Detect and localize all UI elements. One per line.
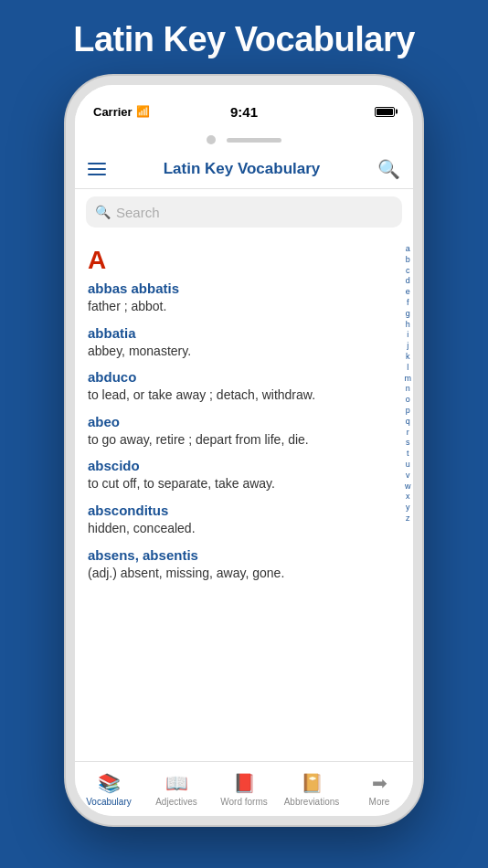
alpha-letter-a[interactable]: a bbox=[406, 244, 410, 254]
wifi-icon: 📶 bbox=[136, 105, 150, 118]
tab-word-forms[interactable]: 📕Word forms bbox=[210, 772, 278, 807]
tab-vocabulary[interactable]: 📚Vocabulary bbox=[75, 772, 143, 807]
alpha-letter-d[interactable]: d bbox=[406, 276, 410, 286]
vocab-definition: father ; abbot. bbox=[88, 298, 400, 316]
alpha-letter-k[interactable]: k bbox=[406, 352, 410, 362]
tab-more[interactable]: ➡More bbox=[345, 772, 413, 807]
vocab-list: A abbas abbatisfather ; abbot.abbatiaabb… bbox=[75, 235, 413, 582]
alpha-letter-l[interactable]: l bbox=[407, 363, 408, 373]
alpha-letter-b[interactable]: b bbox=[406, 255, 410, 265]
vocab-term: abbatia bbox=[88, 325, 400, 341]
alpha-letter-e[interactable]: e bbox=[406, 287, 410, 297]
battery-icon bbox=[375, 107, 395, 117]
vocab-term: absens, absentis bbox=[88, 547, 400, 563]
alpha-letter-s[interactable]: s bbox=[406, 438, 410, 448]
app-navbar: Latin Key Vocabulary 🔍 bbox=[75, 149, 413, 189]
camera-bar bbox=[75, 131, 413, 149]
alpha-letter-y[interactable]: y bbox=[406, 503, 410, 513]
vocab-scroll-area[interactable]: A abbas abbatisfather ; abbot.abbatiaabb… bbox=[75, 235, 413, 761]
vocab-definition: to go away, retire ; depart from life, d… bbox=[88, 431, 400, 450]
carrier-status: Carrier 📶 bbox=[93, 105, 150, 119]
list-item[interactable]: abbatiaabbey, monastery. bbox=[88, 325, 400, 361]
app-title: Latin Key Vocabulary bbox=[164, 160, 321, 178]
alpha-letter-t[interactable]: t bbox=[407, 449, 409, 459]
alpha-letter-u[interactable]: u bbox=[406, 460, 410, 470]
tab-label-vocab: Vocabulary bbox=[86, 797, 131, 807]
camera-icon bbox=[207, 135, 216, 144]
search-container: 🔍 Search bbox=[75, 189, 413, 235]
tab-label-more: More bbox=[369, 797, 390, 807]
phone-frame: Carrier 📶 9:41 Latin Key Vocabulary 🔍 🔍 … bbox=[66, 76, 422, 825]
list-item[interactable]: abducoto lead, or take away ; detach, wi… bbox=[88, 369, 400, 405]
abbr-tab-icon: 📔 bbox=[301, 772, 324, 794]
alpha-letter-i[interactable]: i bbox=[407, 330, 408, 340]
tab-label-abbr: Abbreviations bbox=[284, 797, 340, 807]
alpha-letter-g[interactable]: g bbox=[406, 309, 410, 319]
status-bar: Carrier 📶 9:41 bbox=[75, 85, 413, 131]
alpha-letter-q[interactable]: q bbox=[406, 417, 410, 427]
list-item[interactable]: abscidoto cut off, to separate, take awa… bbox=[88, 458, 400, 493]
alphabet-sidebar[interactable]: abcdefghijklmnopqrstuvwxyz bbox=[405, 244, 412, 524]
alpha-letter-j[interactable]: j bbox=[407, 341, 408, 351]
battery-indicator bbox=[375, 107, 395, 117]
alpha-letter-p[interactable]: p bbox=[406, 406, 410, 416]
search-placeholder-text: Search bbox=[116, 205, 160, 220]
section-letter-a: A bbox=[88, 246, 400, 275]
tab-adjectives[interactable]: 📖Adjectives bbox=[143, 772, 210, 807]
search-icon: 🔍 bbox=[95, 205, 111, 219]
alpha-letter-n[interactable]: n bbox=[406, 384, 410, 394]
tab-label-word: Word forms bbox=[220, 797, 268, 807]
alpha-letter-v[interactable]: v bbox=[406, 471, 410, 481]
tab-label-adj: Adjectives bbox=[155, 797, 197, 807]
tab-abbreviations[interactable]: 📔Abbreviations bbox=[278, 772, 345, 807]
vocab-term: abbas abbatis bbox=[88, 281, 400, 296]
vocab-definition: to lead, or take away ; detach, withdraw… bbox=[88, 386, 400, 405]
alpha-letter-o[interactable]: o bbox=[406, 395, 410, 405]
alpha-letter-c[interactable]: c bbox=[406, 266, 410, 276]
list-item[interactable]: absens, absentis(adj.) absent, missing, … bbox=[88, 547, 400, 583]
speaker-icon bbox=[227, 138, 281, 143]
list-item[interactable]: absconditushidden, concealed. bbox=[88, 503, 400, 538]
alpha-letter-h[interactable]: h bbox=[406, 320, 410, 330]
alpha-letter-z[interactable]: z bbox=[406, 513, 410, 524]
more-tab-icon: ➡ bbox=[372, 772, 387, 794]
alpha-letter-f[interactable]: f bbox=[407, 298, 409, 308]
search-bar[interactable]: 🔍 Search bbox=[86, 196, 402, 228]
vocab-tab-icon: 📚 bbox=[98, 772, 121, 794]
vocab-term: absconditus bbox=[88, 503, 400, 518]
menu-button[interactable] bbox=[88, 163, 106, 175]
vocab-definition: to cut off, to separate, take away. bbox=[88, 475, 400, 493]
alpha-letter-r[interactable]: r bbox=[407, 428, 409, 438]
adj-tab-icon: 📖 bbox=[165, 772, 188, 794]
vocab-term: abduco bbox=[88, 369, 400, 385]
alpha-letter-x[interactable]: x bbox=[406, 492, 410, 502]
carrier-text: Carrier bbox=[93, 105, 133, 119]
time-display: 9:41 bbox=[230, 104, 258, 120]
word-tab-icon: 📕 bbox=[233, 772, 256, 794]
vocab-term: abscido bbox=[88, 458, 400, 473]
alpha-letter-w[interactable]: w bbox=[405, 482, 411, 492]
vocab-term: abeo bbox=[88, 414, 400, 429]
page-big-title: Latin Key Vocabulary bbox=[0, 0, 488, 76]
vocab-definition: abbey, monastery. bbox=[88, 343, 400, 361]
vocab-definition: hidden, concealed. bbox=[88, 520, 400, 538]
search-nav-button[interactable]: 🔍 bbox=[377, 158, 400, 180]
list-item[interactable]: abbas abbatisfather ; abbot. bbox=[88, 281, 400, 316]
alpha-letter-m[interactable]: m bbox=[405, 374, 412, 384]
vocab-entries: abbas abbatisfather ; abbot.abbatiaabbey… bbox=[88, 281, 400, 582]
vocab-definition: (adj.) absent, missing, away, gone. bbox=[88, 565, 400, 583]
list-item[interactable]: abeoto go away, retire ; depart from lif… bbox=[88, 414, 400, 450]
tab-bar: 📚Vocabulary📖Adjectives📕Word forms📔Abbrev… bbox=[75, 761, 413, 816]
